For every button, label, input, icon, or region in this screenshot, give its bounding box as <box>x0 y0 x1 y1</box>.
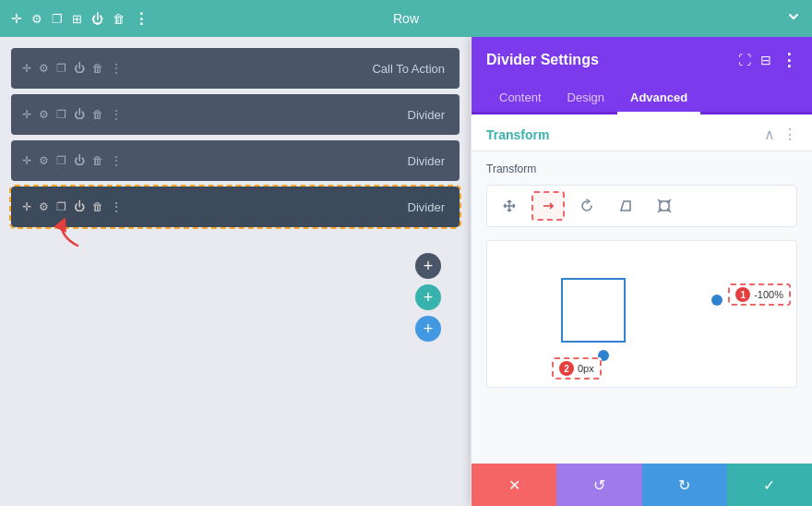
more-section-icon[interactable]: ⋮ <box>782 126 797 143</box>
trash-icon[interactable]: 🗑 <box>92 154 103 167</box>
move-icon[interactable]: ✛ <box>22 200 31 213</box>
settings-icon[interactable]: ⚙ <box>31 12 42 26</box>
section-actions: ∧ ⋮ <box>764 126 797 143</box>
more-icon[interactable]: ⋮ <box>781 50 797 70</box>
element-icons: ✛ ⚙ ❐ ⏻ 🗑 ⋮ <box>22 200 122 213</box>
power-icon[interactable]: ⏻ <box>74 154 85 167</box>
trash-icon[interactable]: 🗑 <box>92 62 103 75</box>
transform-visual[interactable]: 1 -100% 2 0px <box>486 240 797 388</box>
section-title: Transform <box>486 127 549 142</box>
element-row-call-to-action[interactable]: ✛ ⚙ ❐ ⏻ 🗑 ⋮ Call To Action <box>11 48 460 89</box>
collapse-icon[interactable] <box>786 9 801 28</box>
transform-skew-btn[interactable] <box>609 191 642 221</box>
fullscreen-icon[interactable]: ⛶ <box>738 53 751 67</box>
transform-scale-btn[interactable] <box>648 191 681 221</box>
collapse-section-icon[interactable]: ∧ <box>764 126 775 143</box>
more-icon[interactable]: ⋮ <box>111 62 122 75</box>
transform-section: Transform <box>472 151 812 399</box>
transform-section-header: Transform ∧ ⋮ <box>472 114 812 151</box>
transform-label: Transform <box>486 163 797 175</box>
power-icon[interactable]: ⏻ <box>74 62 85 75</box>
element-icons: ✛ ⚙ ❐ ⏻ 🗑 ⋮ <box>22 62 122 75</box>
columns-icon[interactable]: ⊟ <box>760 53 771 67</box>
undo-button[interactable]: ↺ <box>556 464 641 506</box>
settings-icon[interactable]: ⚙ <box>39 200 49 213</box>
trash-icon[interactable]: 🗑 <box>92 200 103 213</box>
panel-tabs: Content Design Advanced <box>472 83 812 114</box>
badge-1: 1 <box>735 287 750 302</box>
move-icon[interactable]: ✛ <box>11 11 22 26</box>
row-label: Row <box>393 11 419 26</box>
settings-icon[interactable]: ⚙ <box>39 108 49 121</box>
tab-content[interactable]: Content <box>486 83 555 114</box>
move-icon[interactable]: ✛ <box>22 154 31 167</box>
element-icons: ✛ ⚙ ❐ ⏻ 🗑 ⋮ <box>22 108 122 121</box>
power-icon[interactable]: ⏻ <box>74 200 85 213</box>
power-icon[interactable]: ⏻ <box>74 108 85 121</box>
panel-title: Divider Settings <box>486 52 599 68</box>
right-control-dot[interactable] <box>711 295 722 306</box>
duplicate-icon[interactable]: ❐ <box>56 154 66 167</box>
panel-header: Divider Settings ⛶ ⊟ ⋮ <box>472 37 812 83</box>
settings-icon[interactable]: ⚙ <box>39 62 49 75</box>
badge-2: 2 <box>559 361 574 376</box>
redo-button[interactable]: ↻ <box>642 464 727 506</box>
add-buttons-group: + + + <box>11 253 460 342</box>
trash-icon[interactable]: 🗑 <box>113 12 125 26</box>
transform-rotate-btn[interactable] <box>570 191 603 221</box>
element-row-divider-2[interactable]: ✛ ⚙ ❐ ⏻ 🗑 ⋮ Divider <box>11 140 460 181</box>
builder-panel: ✛ ⚙ ❐ ⏻ 🗑 ⋮ Call To Action ✛ ⚙ ❐ ⏻ 🗑 ⋮ D… <box>0 37 471 506</box>
cancel-button[interactable]: ✕ <box>472 464 556 506</box>
trash-icon[interactable]: 🗑 <box>92 108 103 121</box>
element-label: Call To Action <box>372 62 445 76</box>
element-icons: ✛ ⚙ ❐ ⏻ 🗑 ⋮ <box>22 154 122 167</box>
settings-icon[interactable]: ⚙ <box>39 154 49 167</box>
power-icon[interactable]: ⏻ <box>91 12 103 26</box>
duplicate-icon[interactable]: ❐ <box>56 108 66 121</box>
add-button-teal[interactable]: + <box>415 284 441 310</box>
element-label: Divider <box>408 108 445 122</box>
save-button[interactable]: ✓ <box>727 464 812 506</box>
tab-advanced[interactable]: Advanced <box>617 83 700 114</box>
grid-icon[interactable]: ⊞ <box>72 12 82 26</box>
bottom-value: 0px <box>578 363 594 374</box>
settings-panel: Divider Settings ⛶ ⊟ ⋮ Content Design Ad… <box>471 37 812 506</box>
panel-footer: ✕ ↺ ↻ ✓ <box>472 464 812 506</box>
duplicate-icon[interactable]: ❐ <box>56 62 66 75</box>
add-button-dark[interactable]: + <box>415 253 441 279</box>
element-label: Divider <box>408 154 445 168</box>
more-icon[interactable]: ⋮ <box>111 200 122 213</box>
more-icon[interactable]: ⋮ <box>111 108 122 121</box>
transform-icon-row <box>486 185 797 227</box>
transform-box <box>561 278 626 343</box>
element-row-divider-1[interactable]: ✛ ⚙ ❐ ⏻ 🗑 ⋮ Divider <box>11 94 460 135</box>
panel-actions: ⛶ ⊟ ⋮ <box>738 50 797 70</box>
move-icon[interactable]: ✛ <box>22 62 31 75</box>
more-icon[interactable]: ⋮ <box>134 10 149 28</box>
annotation-arrow <box>50 218 87 255</box>
element-label: Divider <box>408 200 445 214</box>
tab-design[interactable]: Design <box>555 83 617 114</box>
bottom-value-badge[interactable]: 2 0px <box>552 357 602 380</box>
add-button-blue[interactable]: + <box>415 316 441 342</box>
duplicate-icon[interactable]: ❐ <box>52 12 63 26</box>
more-icon[interactable]: ⋮ <box>111 154 122 167</box>
right-value: -100% <box>754 289 783 300</box>
move-icon[interactable]: ✛ <box>22 108 31 121</box>
panel-body: Transform ∧ ⋮ Transform <box>472 114 812 464</box>
right-value-badge[interactable]: 1 -100% <box>728 283 791 306</box>
transform-translate-btn[interactable] <box>531 191 565 221</box>
duplicate-icon[interactable]: ❐ <box>56 200 66 213</box>
transform-move-btn[interactable] <box>493 191 526 221</box>
row-toolbar: ✛ ⚙ ❐ ⊞ ⏻ 🗑 ⋮ <box>11 10 149 28</box>
top-row-bar: ✛ ⚙ ❐ ⊞ ⏻ 🗑 ⋮ Row <box>0 0 812 37</box>
